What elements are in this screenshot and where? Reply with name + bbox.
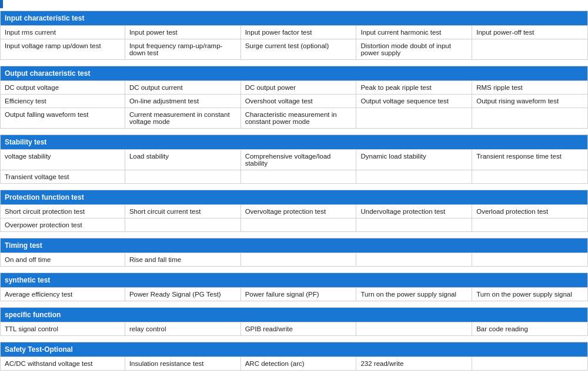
cell-1-0-2: Peak to peak ripple test [356,81,472,95]
row-label: Output falling waveform test [1,108,125,129]
row-label: Transient voltage test [1,170,125,184]
row-label: Average efficiency test [1,288,125,301]
table-row: Short circuit protection testShort circu… [1,205,588,218]
row-label: On and off time [1,253,125,267]
cell-3-0-0: Short circuit current test [125,205,240,218]
cell-2-1-1 [240,170,356,184]
table-row: voltage stabilityLoad stabilityComprehen… [1,150,588,170]
table-row: DC output voltageDC output currentDC out… [1,81,588,95]
row-label: TTL signal control [1,322,125,336]
row-label: Short circuit protection test [1,205,125,218]
cell-1-2-2 [356,108,472,129]
section-spacer [1,301,588,308]
cell-2-0-0: Load stability [125,150,240,170]
test-item-table: Input characteristic testInput rms curre… [0,11,588,371]
cell-5-0-2: Turn on the power supply signal [356,288,472,301]
row-label: Overpower protection test [1,218,125,232]
cell-1-0-0: DC output current [125,81,240,95]
section-header-timing: Timing test [1,238,588,253]
cell-4-0-2 [356,253,472,267]
cell-7-0-3 [472,357,588,371]
table-row: Output falling waveform testCurrent meas… [1,108,588,129]
cell-0-0-2: Input current harmonic test [356,26,472,39]
cell-3-0-2: Undervoltage protection test [356,205,472,218]
cell-3-1-0 [125,218,240,232]
row-label: AC/DC withstand voltage test [1,357,125,371]
section-header-synthetic: synthetic test [1,273,588,288]
table-row: AC/DC withstand voltage testInsulation r… [1,357,588,371]
table-row: On and off timeRise and fall time [1,253,588,267]
cell-6-0-1: GPIB read/write [240,322,356,336]
cell-0-0-0: Input power test [125,26,240,39]
section-spacer [1,267,588,273]
cell-0-0-3: Input power-off test [472,26,588,39]
cell-6-0-0: relay control [125,322,240,336]
cell-3-1-1 [240,218,356,232]
cell-2-0-3: Transient response time test [472,150,588,170]
cell-5-0-3: Turn on the power supply signal [472,288,588,301]
cell-1-1-3: Output rising waveform test [472,95,588,108]
cell-7-0-2: 232 read/write [356,357,472,371]
page-title [0,0,588,8]
section-spacer [1,60,588,66]
cell-3-1-3 [472,218,588,232]
cell-3-1-2 [356,218,472,232]
row-label: Efficiency test [1,95,125,108]
section-spacer [1,184,588,190]
table-row: TTL signal controlrelay controlGPIB read… [1,322,588,336]
table-row: Input voltage ramp up/down testInput fre… [1,39,588,60]
cell-5-0-0: Power Ready Signal (PG Test) [125,288,240,301]
row-label: Input rms current [1,26,125,39]
section-spacer [1,129,588,135]
cell-4-0-1 [240,253,356,267]
table-row: Overpower protection test [1,218,588,232]
cell-1-2-3 [472,108,588,129]
cell-6-0-2 [356,322,472,336]
cell-1-2-0: Current measurement in constant voltage … [125,108,240,129]
section-spacer [1,336,588,342]
section-spacer [1,232,588,238]
cell-2-1-0 [125,170,240,184]
table-row: Average efficiency testPower Ready Signa… [1,288,588,301]
cell-0-1-2: Distortion mode doubt of input power sup… [356,39,472,60]
cell-1-0-3: RMS ripple test [472,81,588,95]
cell-1-1-1: Overshoot voltage test [240,95,356,108]
table-row: Input rms currentInput power testInput p… [1,26,588,39]
cell-2-1-3 [472,170,588,184]
cell-1-2-1: Characteristic measurement in constant p… [240,108,356,129]
cell-3-0-3: Overload protection test [472,205,588,218]
cell-2-1-2 [356,170,472,184]
table-row: Efficiency testOn-line adjustment testOv… [1,95,588,108]
row-label: DC output voltage [1,81,125,95]
cell-1-1-0: On-line adjustment test [125,95,240,108]
cell-0-1-0: Input frequency ramp-up/ramp-down test [125,39,240,60]
cell-1-0-1: DC output power [240,81,356,95]
cell-6-0-3: Bar code reading [472,322,588,336]
cell-3-0-1: Overvoltage protection test [240,205,356,218]
section-header-protection: Protection function test [1,190,588,205]
row-label: Input voltage ramp up/down test [1,39,125,60]
cell-0-0-1: Input power factor test [240,26,356,39]
cell-4-0-3 [472,253,588,267]
cell-2-0-1: Comprehensive voltage/load stability [240,150,356,170]
cell-7-0-1: ARC detection (arc) [240,357,356,371]
table-row: Transient voltage test [1,170,588,184]
cell-0-1-3 [472,39,588,60]
section-header-specific: specific function [1,308,588,322]
cell-4-0-0: Rise and fall time [125,253,240,267]
cell-0-1-1: Surge current test (optional) [240,39,356,60]
section-header-input-characteristic: Input characteristic test [1,11,588,26]
section-header-safety: Safety Test-Optional [1,342,588,357]
section-header-output-characteristic: Output characteristic test [1,66,588,81]
cell-2-0-2: Dynamic load stability [356,150,472,170]
cell-7-0-0: Insulation resistance test [125,357,240,371]
cell-1-1-2: Output voltage sequence test [356,95,472,108]
cell-5-0-1: Power failure signal (PF) [240,288,356,301]
section-header-stability: Stability test [1,135,588,150]
row-label: voltage stability [1,150,125,170]
